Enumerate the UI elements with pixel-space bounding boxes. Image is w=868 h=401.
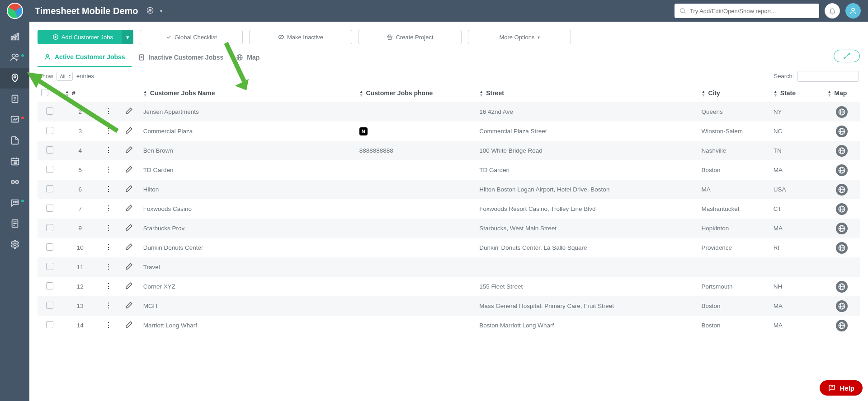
col-header-city[interactable]: ▲▼City (698, 84, 769, 102)
row-menu-button[interactable]: ⋮ (105, 206, 112, 211)
col-header-phone[interactable]: ▲▼Customer Jobs phone (356, 84, 476, 102)
row-city: Mashantucket (698, 199, 769, 219)
row-street: Mass General Hospital: Primary Care, Fru… (476, 296, 698, 316)
row-street: Hilton Boston Logan Airport, Hotel Drive… (476, 180, 698, 199)
row-checkbox[interactable] (46, 243, 53, 251)
sidebar-messages[interactable] (0, 192, 29, 213)
row-map-button[interactable] (836, 242, 848, 254)
notifications-button[interactable] (825, 3, 840, 19)
more-options-button[interactable]: More Options ▾ (468, 30, 571, 44)
user-menu-button[interactable] (845, 3, 861, 19)
row-checkbox[interactable] (46, 224, 53, 231)
row-edit-button[interactable] (125, 207, 133, 214)
col-header-map[interactable]: ▲▼Map (824, 84, 860, 102)
sidebar: 15 (0, 22, 29, 362)
row-edit-button[interactable] (125, 265, 133, 272)
entries-select[interactable]: All (57, 72, 73, 81)
row-map-button[interactable] (836, 300, 848, 312)
row-menu-button[interactable]: ⋮ (105, 322, 112, 328)
global-search-input[interactable] (690, 8, 815, 14)
row-edit-button[interactable] (125, 246, 133, 252)
col-header-name[interactable]: ▲▼Customer Jobs Name (140, 84, 356, 102)
col-header-street[interactable]: ▲▼Street (476, 84, 698, 102)
row-state: MA (770, 219, 824, 238)
make-inactive-button[interactable]: Make Inactive (249, 30, 352, 44)
sidebar-reports[interactable] (0, 109, 29, 130)
global-search[interactable] (675, 4, 819, 18)
svg-point-38 (46, 55, 48, 57)
tab-active-jobs[interactable]: Active Customer Jobss (38, 49, 132, 67)
row-edit-button[interactable] (125, 187, 133, 194)
tab-map[interactable]: Map (230, 49, 266, 66)
row-checkbox[interactable] (46, 205, 53, 212)
row-checkbox[interactable] (46, 263, 53, 270)
row-street: 100 White Bridge Road (476, 141, 698, 160)
tab-inactive-jobs[interactable]: Inactive Customer Jobss (132, 49, 230, 66)
row-edit-button[interactable] (125, 284, 133, 291)
row-menu-button[interactable]: ⋮ (105, 109, 112, 114)
row-map-button[interactable] (836, 106, 848, 118)
row-edit-button[interactable] (125, 129, 133, 136)
table-row: 11 ⋮ Travel (38, 257, 860, 277)
row-menu-button[interactable]: ⋮ (105, 225, 112, 231)
row-menu-button[interactable]: ⋮ (105, 264, 112, 270)
row-phone (356, 180, 476, 199)
row-state: MA (770, 296, 824, 316)
row-map-button[interactable] (836, 281, 848, 293)
row-menu-button[interactable]: ⋮ (105, 167, 112, 173)
row-checkbox[interactable] (46, 302, 53, 309)
row-map-button[interactable] (836, 164, 848, 176)
row-checkbox[interactable] (46, 321, 53, 328)
sidebar-documents[interactable] (0, 130, 29, 151)
row-map-button[interactable] (836, 320, 848, 331)
row-edit-button[interactable] (125, 168, 133, 175)
row-state: NC (770, 121, 824, 141)
currency-icon[interactable] (146, 7, 154, 15)
sidebar-schedule[interactable]: 15 (0, 151, 29, 172)
create-project-button[interactable]: Create Project (359, 30, 462, 44)
row-edit-button[interactable] (125, 226, 133, 233)
row-menu-button[interactable]: ⋮ (105, 303, 112, 308)
row-menu-button[interactable]: ⋮ (105, 128, 112, 134)
row-menu-button[interactable]: ⋮ (105, 284, 112, 289)
add-customer-jobs-button[interactable]: Add Customer Jobs (38, 30, 128, 44)
row-menu-button[interactable]: ⋮ (105, 187, 112, 192)
col-header-num[interactable]: ▲▼# (61, 84, 99, 102)
row-edit-button[interactable] (125, 323, 133, 330)
expand-icon (843, 52, 850, 60)
row-checkbox[interactable] (46, 185, 53, 192)
row-edit-button[interactable] (125, 149, 133, 155)
row-menu-button[interactable]: ⋮ (105, 245, 112, 250)
app-logo[interactable] (7, 3, 23, 19)
row-checkbox[interactable] (46, 166, 53, 173)
row-checkbox[interactable] (46, 146, 53, 154)
table-search-input[interactable] (797, 71, 859, 82)
globe-icon (838, 302, 846, 310)
row-map-button[interactable] (836, 145, 848, 157)
sidebar-users[interactable] (0, 47, 29, 68)
sidebar-jobs[interactable] (0, 68, 29, 89)
add-customer-jobs-dropdown[interactable]: ▾ (122, 30, 133, 44)
row-map-button[interactable] (836, 203, 848, 215)
row-edit-button[interactable] (125, 304, 133, 311)
expand-button[interactable] (834, 50, 860, 62)
row-map-button[interactable] (836, 223, 848, 234)
currency-chevron-icon[interactable]: ▾ (160, 9, 162, 14)
row-map-button[interactable] (836, 184, 848, 196)
row-checkbox[interactable] (46, 127, 53, 134)
select-all-checkbox[interactable] (41, 89, 48, 96)
global-checklist-button[interactable]: Global Checklist (140, 30, 243, 44)
row-menu-button[interactable]: ⋮ (105, 148, 112, 153)
col-header-state[interactable]: ▲▼State (770, 84, 824, 102)
row-edit-button[interactable] (125, 110, 133, 117)
row-checkbox[interactable] (46, 282, 53, 289)
row-street: Commercial Plaza Street (476, 121, 698, 141)
sidebar-settings[interactable] (0, 234, 29, 255)
sidebar-dashboard[interactable] (0, 26, 29, 47)
sidebar-timesheets[interactable] (0, 89, 29, 109)
sidebar-tracking[interactable] (0, 172, 29, 192)
sidebar-invoices[interactable] (0, 213, 29, 234)
bell-icon (829, 7, 836, 14)
row-checkbox[interactable] (46, 107, 53, 115)
row-map-button[interactable] (836, 126, 848, 137)
